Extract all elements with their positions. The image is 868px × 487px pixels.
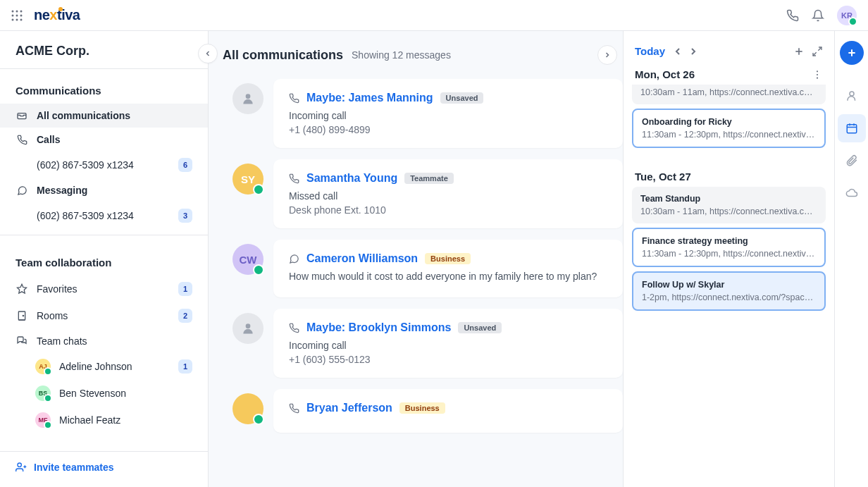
nav-team-chats[interactable]: Team chats	[0, 329, 208, 353]
message-row[interactable]: Bryan JeffersonBusiness	[232, 389, 623, 433]
svg-rect-29	[847, 125, 857, 133]
chat-name: Ben Stevenson	[59, 388, 192, 399]
svg-point-3	[12, 14, 14, 16]
next-day-button[interactable]	[688, 46, 699, 57]
message-summary: How much would it cost to add everyone i…	[289, 271, 607, 282]
app-grid-icon[interactable]	[11, 10, 23, 21]
contact-name[interactable]: Samantha Young	[306, 172, 397, 185]
compose-fab[interactable]	[840, 41, 864, 65]
chat-item[interactable]: AJ Adeline Johnson 1	[0, 353, 208, 380]
message-row[interactable]: SYSamantha YoungTeammateMissed callDesk …	[232, 159, 623, 228]
calendar-event[interactable]: Follow Up w/ Skylar1-2pm, https://connec…	[632, 271, 826, 311]
star-icon	[16, 283, 28, 295]
svg-point-6	[12, 18, 14, 20]
message-summary: Incoming call	[289, 340, 607, 351]
contact-tag: Teammate	[404, 173, 454, 184]
user-plus-icon	[16, 462, 27, 473]
feed-subtitle: Showing 12 messages	[352, 49, 451, 61]
expand-feed-button[interactable]	[597, 45, 617, 65]
contact-name[interactable]: Maybe: James Manning	[306, 92, 433, 104]
calendar-event[interactable]: Onboarding for Ricky11:30am - 12:30pm, h…	[632, 109, 826, 148]
svg-point-0	[12, 10, 14, 12]
calendar-event[interactable]: Finance strategy meeting11:30am - 12:30p…	[632, 228, 826, 267]
chat-item[interactable]: MF Michael Featz	[0, 407, 208, 433]
feed: All communications Showing 12 messages M…	[209, 31, 623, 487]
badge: 1	[178, 282, 192, 296]
calendar-event[interactable]: Team Standup10:30am - 11am, https://conn…	[632, 187, 826, 223]
invite-teammates-link[interactable]: Invite teammates	[16, 462, 192, 473]
nav-rooms[interactable]: Rooms 2	[0, 302, 208, 329]
svg-point-25	[817, 77, 818, 78]
svg-point-17	[246, 94, 251, 99]
message-card[interactable]: Cameron WilliamsonBusinessHow much would…	[273, 240, 623, 297]
message-card[interactable]: Maybe: James ManningUnsavedIncoming call…	[273, 79, 623, 148]
today-link[interactable]: Today	[635, 45, 665, 57]
org-title: ACME Corp.	[0, 31, 208, 69]
bell-icon[interactable]	[812, 9, 824, 22]
nav-label: Rooms	[37, 310, 170, 321]
nav-all-communications[interactable]: All communications	[0, 104, 208, 128]
message-detail: +1 (603) 555-0123	[289, 354, 607, 365]
contact-name[interactable]: Bryan Jefferson	[306, 402, 392, 414]
svg-point-14	[18, 463, 21, 467]
sidebar: ACME Corp. Communications All communicat…	[0, 31, 209, 487]
phone-icon	[289, 323, 299, 333]
collapse-sidebar-button[interactable]	[198, 44, 218, 63]
nav-label: Team chats	[37, 335, 192, 347]
inbox-icon	[16, 110, 28, 121]
svg-point-5	[20, 14, 23, 16]
nav-label: Calls	[37, 134, 192, 145]
door-icon	[16, 310, 28, 321]
calendar-day-label: Mon, Oct 26	[635, 68, 823, 80]
contact-tag: Unsaved	[458, 322, 502, 333]
avatar: BS	[35, 386, 51, 401]
kebab-icon[interactable]	[812, 69, 823, 80]
contact-tag: Business	[399, 402, 445, 414]
nextiva-logo[interactable]: nextiva	[30, 7, 80, 23]
message-card[interactable]: Maybe: Brooklyn SimmonsUnsavedIncoming c…	[273, 309, 623, 378]
rail-attachments[interactable]	[838, 147, 866, 175]
nav-messaging[interactable]: Messaging	[0, 178, 208, 202]
contact-name[interactable]: Maybe: Brooklyn Simmons	[306, 321, 451, 334]
calendar-panel: Today Mon, Oct 26Team Standup10:30am - 1…	[623, 31, 834, 487]
event-title: Follow Up w/ Skylar	[642, 280, 816, 290]
event-title: Onboarding for Ricky	[642, 117, 816, 127]
svg-point-8	[20, 18, 23, 20]
message-card[interactable]: Bryan JeffersonBusiness	[273, 389, 623, 433]
nav-calls-number[interactable]: (602) 867-5309 x1234 6	[0, 152, 208, 178]
svg-point-4	[16, 14, 18, 16]
svg-point-23	[817, 70, 818, 72]
nav-messaging-number[interactable]: (602) 867-5309 x1234 3	[0, 202, 208, 229]
prev-day-button[interactable]	[672, 46, 683, 57]
dial-icon[interactable]	[786, 9, 799, 22]
contact-name[interactable]: Cameron Williamson	[306, 252, 418, 265]
message-row[interactable]: CWCameron WilliamsonBusinessHow much wou…	[232, 240, 623, 297]
calendar-event[interactable]: Team Standup10:30am - 11am, https://conn…	[632, 85, 826, 104]
avatar: MF	[35, 412, 51, 428]
top-bar: nextiva KR	[0, 0, 868, 31]
right-rail	[834, 31, 868, 487]
message-row[interactable]: Maybe: Brooklyn SimmonsUnsavedIncoming c…	[232, 309, 623, 378]
message-row[interactable]: Maybe: James ManningUnsavedIncoming call…	[232, 79, 623, 148]
nav-label: Messaging	[37, 185, 192, 196]
rail-calendar[interactable]	[838, 114, 866, 142]
nav-calls[interactable]: Calls	[0, 128, 208, 152]
chat-item[interactable]: BS Ben Stevenson	[0, 380, 208, 407]
phone-icon	[289, 93, 299, 104]
phone-number: (602) 867-5309 x1234	[37, 159, 170, 171]
add-event-button[interactable]	[793, 46, 805, 57]
expand-calendar-button[interactable]	[812, 46, 823, 57]
phone-icon	[289, 403, 299, 414]
svg-point-7	[16, 18, 18, 20]
nav-favorites[interactable]: Favorites 1	[0, 276, 208, 302]
rail-contacts[interactable]	[838, 82, 866, 110]
calendar-day-label: Tue, Oct 27	[635, 171, 823, 183]
invite-label: Invite teammates	[34, 462, 114, 473]
contact-tag: Unsaved	[440, 92, 484, 104]
event-title: Team Standup	[640, 194, 817, 204]
nav-label: Favorites	[37, 283, 170, 295]
rail-cloud[interactable]	[838, 179, 866, 207]
message-card[interactable]: Samantha YoungTeammateMissed callDesk ph…	[273, 159, 623, 228]
contact-tag: Business	[425, 253, 471, 264]
user-avatar[interactable]: KR	[837, 6, 857, 25]
